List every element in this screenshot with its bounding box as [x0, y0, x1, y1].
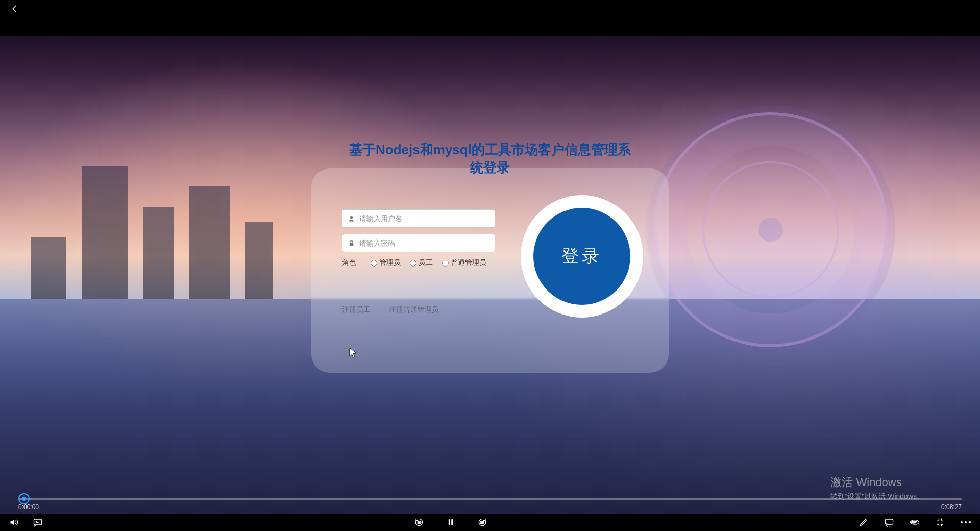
password-input[interactable]: [359, 239, 489, 247]
vr-360-icon[interactable]: 360°: [910, 517, 920, 527]
ferris-wheel-decor: [653, 112, 888, 347]
radio-icon: [371, 260, 377, 267]
cast-icon[interactable]: [884, 517, 894, 527]
skip-back-button[interactable]: 10: [414, 517, 424, 527]
watermark-line1: 激活 Windows: [830, 475, 924, 490]
skip-back-seconds: 10: [418, 521, 422, 524]
edit-icon[interactable]: [859, 517, 869, 527]
back-arrow-icon[interactable]: [10, 4, 19, 13]
lock-icon: [348, 239, 355, 247]
skip-fwd-seconds: 30: [480, 521, 484, 524]
login-button[interactable]: 登录: [533, 208, 630, 305]
vr-360-label: 360°: [912, 521, 917, 524]
viewport: 基于Nodejs和mysql的工具市场客户信息管理系统登录 角色 管理员: [0, 36, 980, 514]
skip-forward-button[interactable]: 30: [477, 517, 487, 527]
total-time: 0:08:27: [941, 503, 962, 511]
register-links: 注册员工 注册普通管理员: [342, 305, 495, 315]
exit-fullscreen-icon[interactable]: [935, 517, 945, 527]
titlebar: [0, 0, 980, 17]
role-row: 角色 管理员 员工 普通管理员: [342, 258, 495, 268]
role-radio-normal-admin-label: 普通管理员: [451, 258, 486, 268]
register-normal-admin-link[interactable]: 注册普通管理员: [389, 305, 439, 315]
username-field-wrap: [342, 209, 495, 228]
volume-icon[interactable]: [9, 517, 19, 527]
svg-rect-0: [34, 519, 42, 525]
page-title: 基于Nodejs和mysql的工具市场客户信息管理系统登录: [347, 141, 633, 177]
radio-icon: [410, 260, 416, 267]
seek-track[interactable]: [18, 498, 962, 500]
user-icon: [348, 215, 355, 223]
role-radio-staff[interactable]: 员工: [410, 258, 433, 268]
radio-icon: [442, 260, 449, 267]
current-time: 0:00:00: [18, 503, 39, 511]
role-radio-admin[interactable]: 管理员: [371, 258, 401, 268]
video-stage: 基于Nodejs和mysql的工具市场客户信息管理系统登录 角色 管理员: [0, 17, 980, 514]
more-options-button[interactable]: [961, 521, 971, 523]
role-radio-staff-label: 员工: [419, 258, 433, 268]
login-card: 角色 管理员 员工 普通管理员 注册员工: [311, 168, 669, 373]
login-form: 角色 管理员 员工 普通管理员 注册员工: [342, 209, 495, 315]
seek-bar[interactable]: 0:00:00 0:08:27: [7, 495, 973, 511]
login-button-outer: 登录: [521, 195, 643, 318]
svg-rect-1: [449, 519, 450, 525]
svg-rect-2: [451, 519, 453, 525]
password-field-wrap: [342, 234, 495, 252]
role-radio-admin-label: 管理员: [379, 258, 401, 268]
register-staff-link[interactable]: 注册员工: [342, 305, 371, 315]
subtitles-icon[interactable]: [33, 517, 43, 527]
role-radio-normal-admin[interactable]: 普通管理员: [442, 258, 486, 268]
username-input[interactable]: [359, 214, 489, 223]
cursor-icon: [349, 347, 358, 358]
role-label: 角色: [342, 258, 357, 268]
pause-button[interactable]: [446, 517, 456, 527]
seek-knob[interactable]: [18, 493, 30, 504]
player-controls: 10 30 360°: [0, 514, 980, 531]
